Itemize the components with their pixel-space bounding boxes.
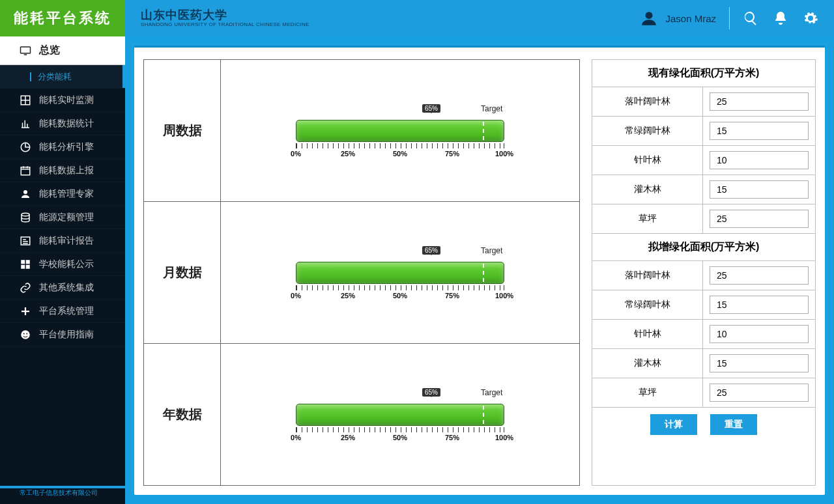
nav-item-integration[interactable]: 其他系统集成: [0, 276, 125, 300]
target-line: [483, 122, 484, 140]
reset-button[interactable]: 重置: [710, 414, 757, 435]
nav-item-admin[interactable]: 平台系统管理: [0, 300, 125, 323]
svg-point-15: [26, 333, 27, 334]
planned-area-input-4[interactable]: [710, 384, 809, 402]
user-name: Jason Mraz: [665, 13, 716, 24]
brand-title: 能耗平台系统: [0, 0, 125, 36]
form-section2-rows: 落叶阔叶林常绿阔叶林针叶林灌木林草坪: [592, 261, 815, 408]
target-line: [483, 264, 484, 282]
existing-area-input-2[interactable]: [710, 151, 809, 169]
svg-point-14: [23, 333, 25, 334]
existing-area-input-1[interactable]: [710, 122, 809, 140]
chart-row-1: 月数据65%Target0%25%50%75%100%: [144, 202, 579, 344]
chart-body: 65%Target0%25%50%75%100%: [221, 60, 579, 201]
report-icon: [20, 235, 31, 247]
calc-button[interactable]: 计算: [650, 414, 697, 435]
bullet-chart: 65%Target0%25%50%75%100%: [296, 387, 504, 443]
university-name-cn: 山东中医药大学: [141, 9, 309, 22]
progress-bar: [296, 404, 504, 426]
existing-area-row: 灌木林: [592, 175, 815, 204]
smile-icon: [20, 329, 31, 341]
chart-body: 65%Target0%25%50%75%100%: [221, 202, 579, 343]
planned-area-input-3[interactable]: [710, 354, 809, 372]
target-line: [483, 406, 484, 424]
chart-axis: 0%25%50%75%100%: [296, 143, 504, 159]
chart-axis: 0%25%50%75%100%: [296, 427, 504, 443]
field-label: 针叶林: [592, 320, 703, 348]
nav-item-public[interactable]: 学校能耗公示: [0, 253, 125, 276]
gear-icon[interactable]: [803, 10, 818, 26]
svg-rect-11: [21, 264, 25, 268]
nav-list: 总览 分类能耗 能耗实时监测 能耗数据统计 能耗分析引擎 能耗数据上报 能耗管理…: [0, 36, 125, 346]
field-label: 针叶林: [592, 146, 703, 175]
field-label: 常绿阔叶林: [592, 117, 703, 145]
monitor-icon: [20, 45, 31, 57]
university-block: 山东中医药大学 SHANDONG UNIVERSITY OF TRADITION…: [141, 9, 309, 28]
planned-area-row: 灌木林: [592, 349, 815, 378]
chart-body: 65%Target0%25%50%75%100%: [221, 344, 579, 485]
svg-rect-1: [21, 47, 31, 53]
planned-area-row: 落叶阔叶林: [592, 261, 815, 290]
planned-area-input-2[interactable]: [710, 325, 809, 343]
grid4-icon: [20, 94, 31, 106]
planned-area-input-0[interactable]: [710, 266, 809, 285]
link-icon: [20, 282, 31, 294]
existing-area-input-0[interactable]: [710, 92, 809, 111]
nav-item-audit[interactable]: 能耗审计报告: [0, 229, 125, 253]
sidebar-footer: 常工电子信息技术有限公司: [0, 486, 125, 504]
existing-area-row: 落叶阔叶林: [592, 87, 815, 117]
svg-point-13: [21, 330, 30, 339]
bullet-chart: 65%Target0%25%50%75%100%: [296, 245, 504, 301]
field-label: 落叶阔叶林: [592, 261, 703, 290]
nav-overview[interactable]: 总览: [0, 36, 125, 65]
progress-bar: [296, 120, 504, 142]
existing-area-input-4[interactable]: [710, 210, 809, 228]
target-label: Target: [481, 246, 502, 255]
svg-rect-5: [21, 167, 30, 175]
nav-sub-category-energy[interactable]: 分类能耗: [0, 65, 125, 89]
form-section2-title: 拟增绿化面积(万平方米): [592, 234, 815, 261]
svg-rect-2: [24, 54, 27, 55]
layout-icon: [20, 259, 31, 270]
field-label: 落叶阔叶林: [592, 87, 703, 116]
chart-label: 年数据: [144, 344, 221, 485]
svg-point-0: [646, 12, 653, 19]
barchart-icon: [20, 118, 31, 130]
nav-overview-label: 总览: [39, 44, 60, 57]
nav-item-expert[interactable]: 能耗管理专家: [0, 182, 125, 206]
nav-sub-label: 分类能耗: [38, 71, 72, 83]
existing-area-input-3[interactable]: [710, 180, 809, 199]
database-icon: [20, 212, 31, 223]
field-label: 常绿阔叶林: [592, 290, 703, 319]
target-label: Target: [481, 104, 502, 113]
field-label: 草坪: [592, 204, 703, 233]
planned-area-row: 常绿阔叶林: [592, 290, 815, 320]
chart-axis: 0%25%50%75%100%: [296, 285, 504, 301]
plus-icon: [20, 305, 31, 317]
chart-row-2: 年数据65%Target0%25%50%75%100%: [144, 344, 579, 485]
green-area-form: 现有绿化面积(万平方米) 落叶阔叶林常绿阔叶林针叶林灌木林草坪 拟增绿化面积(万…: [592, 59, 816, 486]
nav-item-engine[interactable]: 能耗分析引擎: [0, 135, 125, 159]
form-section1-title: 现有绿化面积(万平方米): [592, 60, 815, 87]
calendar-icon: [20, 165, 31, 176]
header-bar: 山东中医药大学 SHANDONG UNIVERSITY OF TRADITION…: [125, 0, 834, 36]
progress-marker: 65%: [422, 388, 440, 397]
current-user[interactable]: Jason Mraz: [640, 10, 716, 27]
chart-label: 月数据: [144, 202, 221, 343]
nav-item-upload[interactable]: 能耗数据上报: [0, 159, 125, 182]
bullet-chart: 65%Target0%25%50%75%100%: [296, 103, 504, 159]
field-label: 草坪: [592, 378, 703, 407]
nav-item-quota[interactable]: 能源定额管理: [0, 206, 125, 229]
nav-item-realtime[interactable]: 能耗实时监测: [0, 89, 125, 112]
svg-rect-10: [26, 260, 30, 264]
nav-item-guide[interactable]: 平台使用指南: [0, 323, 125, 346]
university-name-en: SHANDONG UNIVERSITY OF TRADITIONAL CHINE…: [141, 22, 309, 28]
search-icon[interactable]: [743, 10, 758, 26]
svg-point-7: [22, 213, 29, 216]
progress-marker: 65%: [422, 104, 440, 113]
nav-item-stats[interactable]: 能耗数据统计: [0, 112, 125, 135]
piechart-icon: [20, 141, 31, 153]
existing-area-row: 针叶林: [592, 146, 815, 175]
planned-area-input-1[interactable]: [710, 296, 809, 314]
bell-icon[interactable]: [773, 10, 788, 26]
